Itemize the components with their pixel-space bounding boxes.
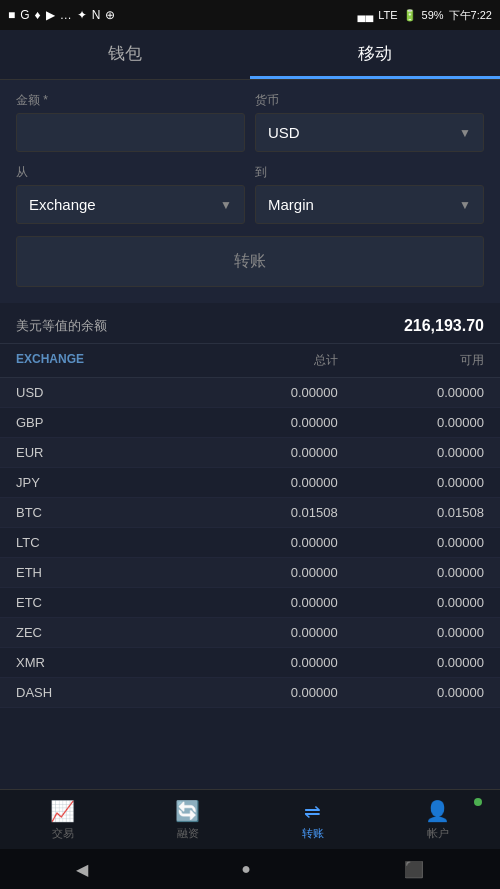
exchange-section-label: EXCHANGE <box>16 352 192 369</box>
from-chevron-icon: ▼ <box>220 198 232 212</box>
form-row-from-to: 从 Exchange ▼ 到 Margin ▼ <box>16 164 484 224</box>
table-row: ZEC 0.00000 0.00000 <box>0 618 500 648</box>
icon-play: ▶ <box>46 8 55 22</box>
to-select[interactable]: Margin ▼ <box>255 185 484 224</box>
account-icon: 👤 <box>425 799 450 823</box>
table-row: ETH 0.00000 0.00000 <box>0 558 500 588</box>
cell-available: 0.01508 <box>338 505 484 520</box>
form-row-amount-currency: 金额 * 货币 USD ▼ <box>16 92 484 152</box>
status-bar: ■ G ♦ ▶ … ✦ N ⊕ ▄▄ LTE 🔋 59% 下午7:22 <box>0 0 500 30</box>
col-available-header: 可用 <box>338 352 484 369</box>
amount-group: 金额 * <box>16 92 245 152</box>
system-nav: ◀ ● ⬛ <box>0 849 500 889</box>
lte-label: LTE <box>378 9 397 21</box>
trades-label: 交易 <box>52 826 74 841</box>
cell-currency-name: EUR <box>16 445 192 460</box>
cell-currency-name: ETH <box>16 565 192 580</box>
trades-icon: 📈 <box>50 799 75 823</box>
signal-icon: ▄▄ <box>358 9 374 21</box>
home-button[interactable]: ● <box>241 860 251 878</box>
transfer-nav-label: 转账 <box>302 826 324 841</box>
tab-wallet[interactable]: 钱包 <box>0 30 250 79</box>
cell-available: 0.00000 <box>338 595 484 610</box>
cell-currency-name: XMR <box>16 655 192 670</box>
icon-nfc: N <box>92 8 101 22</box>
table-row: USD 0.00000 0.00000 <box>0 378 500 408</box>
cell-available: 0.00000 <box>338 475 484 490</box>
nav-transfer[interactable]: ⇌ 转账 <box>250 790 375 849</box>
transfer-form: 金额 * 货币 USD ▼ 从 Exchange ▼ 到 Margin ▼ <box>0 80 500 303</box>
icon-bt: ✦ <box>77 8 87 22</box>
icon-bell: ♦ <box>35 8 41 22</box>
table-row: GBP 0.00000 0.00000 <box>0 408 500 438</box>
cell-available: 0.00000 <box>338 535 484 550</box>
from-select[interactable]: Exchange ▼ <box>16 185 245 224</box>
cell-total: 0.00000 <box>192 625 338 640</box>
exchange-table: EXCHANGE 总计 可用 USD 0.00000 0.00000 GBP 0… <box>0 344 500 708</box>
nav-account[interactable]: 👤 帐户 <box>375 790 500 849</box>
balance-section: 美元等值的余额 216,193.70 <box>0 303 500 344</box>
amount-label: 金额 * <box>16 92 245 109</box>
cell-total: 0.00000 <box>192 685 338 700</box>
from-label: 从 <box>16 164 245 181</box>
icon-screen: ■ <box>8 8 15 22</box>
nav-trades[interactable]: 📈 交易 <box>0 790 125 849</box>
cell-currency-name: BTC <box>16 505 192 520</box>
battery-level: 59% <box>422 9 444 21</box>
table-row: XMR 0.00000 0.00000 <box>0 648 500 678</box>
currency-label: 货币 <box>255 92 484 109</box>
cell-available: 0.00000 <box>338 385 484 400</box>
cell-available: 0.00000 <box>338 415 484 430</box>
cell-currency-name: JPY <box>16 475 192 490</box>
from-value: Exchange <box>29 196 96 213</box>
table-scroll-area[interactable]: USD 0.00000 0.00000 GBP 0.00000 0.00000 … <box>0 378 500 708</box>
transfer-button[interactable]: 转账 <box>16 236 484 287</box>
cell-total: 0.01508 <box>192 505 338 520</box>
to-chevron-icon: ▼ <box>459 198 471 212</box>
balance-label: 美元等值的余额 <box>16 317 107 335</box>
col-total-header: 总计 <box>192 352 338 369</box>
to-label: 到 <box>255 164 484 181</box>
table-row: BTC 0.01508 0.01508 <box>0 498 500 528</box>
cell-currency-name: ETC <box>16 595 192 610</box>
amount-input[interactable] <box>16 113 245 152</box>
cell-total: 0.00000 <box>192 385 338 400</box>
cell-available: 0.00000 <box>338 685 484 700</box>
top-tab-bar: 钱包 移动 <box>0 30 500 80</box>
table-row: DASH 0.00000 0.00000 <box>0 678 500 708</box>
cell-total: 0.00000 <box>192 565 338 580</box>
cell-total: 0.00000 <box>192 415 338 430</box>
bottom-navigation: 📈 交易 🔄 融资 ⇌ 转账 👤 帐户 <box>0 789 500 849</box>
table-row: JPY 0.00000 0.00000 <box>0 468 500 498</box>
icon-dots: … <box>60 8 72 22</box>
nav-funding[interactable]: 🔄 融资 <box>125 790 250 849</box>
cell-total: 0.00000 <box>192 445 338 460</box>
account-label: 帐户 <box>427 826 449 841</box>
cell-available: 0.00000 <box>338 565 484 580</box>
cell-total: 0.00000 <box>192 475 338 490</box>
cell-currency-name: USD <box>16 385 192 400</box>
cell-total: 0.00000 <box>192 595 338 610</box>
cell-currency-name: ZEC <box>16 625 192 640</box>
cell-available: 0.00000 <box>338 625 484 640</box>
table-row: ETC 0.00000 0.00000 <box>0 588 500 618</box>
from-group: 从 Exchange ▼ <box>16 164 245 224</box>
currency-chevron-icon: ▼ <box>459 126 471 140</box>
transfer-btn-row: 转账 <box>16 236 484 287</box>
tab-transfer[interactable]: 移动 <box>250 30 500 79</box>
currency-group: 货币 USD ▼ <box>255 92 484 152</box>
funding-label: 融资 <box>177 826 199 841</box>
time-display: 下午7:22 <box>449 8 492 23</box>
back-button[interactable]: ◀ <box>76 860 88 879</box>
currency-select[interactable]: USD ▼ <box>255 113 484 152</box>
cell-currency-name: DASH <box>16 685 192 700</box>
share-button[interactable]: ⬛ <box>404 860 424 879</box>
balance-row: 美元等值的余额 216,193.70 <box>16 317 484 335</box>
icon-key: ⊕ <box>105 8 115 22</box>
cell-available: 0.00000 <box>338 655 484 670</box>
icon-g: G <box>20 8 29 22</box>
status-left-icons: ■ G ♦ ▶ … ✦ N ⊕ <box>8 8 115 22</box>
table-row: EUR 0.00000 0.00000 <box>0 438 500 468</box>
currency-value: USD <box>268 124 300 141</box>
cell-available: 0.00000 <box>338 445 484 460</box>
